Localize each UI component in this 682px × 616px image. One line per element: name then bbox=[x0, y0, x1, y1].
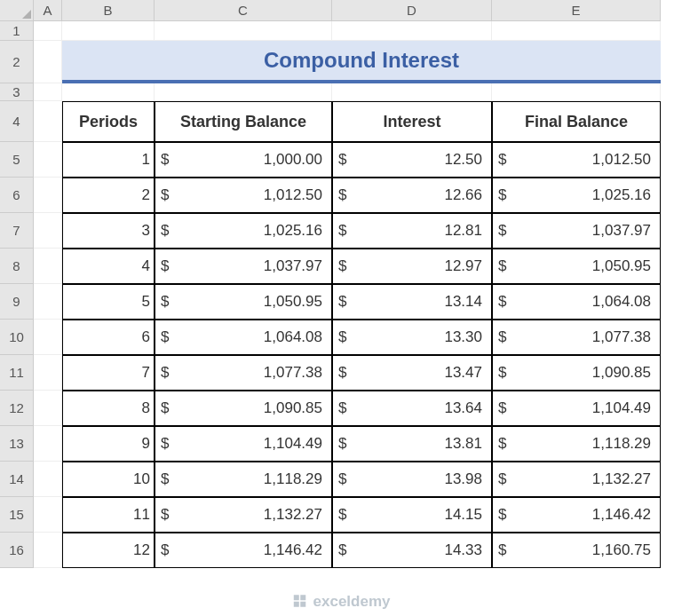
cell-period[interactable]: 11 bbox=[62, 497, 155, 533]
row-header-9[interactable]: 9 bbox=[0, 284, 34, 320]
row-header-10[interactable]: 10 bbox=[0, 320, 34, 355]
row-header-8[interactable]: 8 bbox=[0, 249, 34, 284]
column-header-d[interactable]: D bbox=[332, 0, 492, 21]
cell[interactable] bbox=[34, 355, 62, 391]
cell-s[interactable]: $1,132.27 bbox=[155, 497, 332, 533]
cell[interactable] bbox=[155, 21, 332, 41]
currency-symbol: $ bbox=[161, 293, 177, 311]
row-header-13[interactable]: 13 bbox=[0, 426, 34, 462]
column-header-a[interactable]: A bbox=[34, 0, 62, 21]
cell[interactable] bbox=[34, 391, 62, 426]
currency-symbol: $ bbox=[498, 293, 514, 311]
cell-s[interactable]: $1,037.97 bbox=[155, 249, 332, 284]
cell-period[interactable]: 2 bbox=[62, 178, 155, 213]
cell-f[interactable]: $1,118.29 bbox=[492, 426, 661, 462]
cell[interactable] bbox=[62, 83, 155, 101]
column-header-e[interactable]: E bbox=[492, 0, 661, 21]
cell-s[interactable]: $1,050.95 bbox=[155, 284, 332, 320]
cell-period[interactable]: 8 bbox=[62, 391, 155, 426]
cell-i[interactable]: $12.50 bbox=[332, 142, 492, 178]
cell-f[interactable]: $1,064.08 bbox=[492, 284, 661, 320]
cell-i[interactable]: $13.30 bbox=[332, 320, 492, 355]
cell-i[interactable]: $12.66 bbox=[332, 178, 492, 213]
cell[interactable] bbox=[34, 249, 62, 284]
cell-value: 1,000.00 bbox=[177, 151, 326, 169]
cell[interactable] bbox=[34, 213, 62, 249]
cell[interactable] bbox=[34, 101, 62, 142]
cell[interactable] bbox=[34, 320, 62, 355]
cell-period[interactable]: 4 bbox=[62, 249, 155, 284]
cell-i[interactable]: $13.81 bbox=[332, 426, 492, 462]
cell[interactable] bbox=[34, 284, 62, 320]
cell-s[interactable]: $1,012.50 bbox=[155, 178, 332, 213]
column-header-c[interactable]: C bbox=[155, 0, 332, 21]
column-header-b[interactable]: B bbox=[62, 0, 155, 21]
cell-f[interactable]: $1,012.50 bbox=[492, 142, 661, 178]
cell-period[interactable]: 5 bbox=[62, 284, 155, 320]
cell[interactable] bbox=[492, 21, 661, 41]
row-header-16[interactable]: 16 bbox=[0, 533, 34, 568]
cell-s[interactable]: $1,104.49 bbox=[155, 426, 332, 462]
cell-value: 12.50 bbox=[354, 151, 486, 169]
cell-i[interactable]: $13.14 bbox=[332, 284, 492, 320]
currency-symbol: $ bbox=[498, 222, 514, 240]
cell[interactable] bbox=[34, 83, 62, 101]
row-header-4[interactable]: 4 bbox=[0, 101, 34, 142]
cell-f[interactable]: $1,132.27 bbox=[492, 462, 661, 497]
cell[interactable] bbox=[62, 21, 155, 41]
cell-period[interactable]: 6 bbox=[62, 320, 155, 355]
row-header-11[interactable]: 11 bbox=[0, 355, 34, 391]
cell-period[interactable]: 9 bbox=[62, 426, 155, 462]
cell-period[interactable]: 10 bbox=[62, 462, 155, 497]
cell-s[interactable]: $1,090.85 bbox=[155, 391, 332, 426]
cell[interactable] bbox=[492, 83, 661, 101]
cell[interactable] bbox=[34, 21, 62, 41]
cell[interactable] bbox=[155, 83, 332, 101]
cell-i[interactable]: $12.81 bbox=[332, 213, 492, 249]
cell-f[interactable]: $1,160.75 bbox=[492, 533, 661, 568]
cell[interactable] bbox=[34, 178, 62, 213]
cell-s[interactable]: $1,077.38 bbox=[155, 355, 332, 391]
cell-f[interactable]: $1,050.95 bbox=[492, 249, 661, 284]
cell-period[interactable]: 12 bbox=[62, 533, 155, 568]
row-header-1[interactable]: 1 bbox=[0, 21, 34, 41]
row-header-6[interactable]: 6 bbox=[0, 178, 34, 213]
cell-f[interactable]: $1,090.85 bbox=[492, 355, 661, 391]
cell-s[interactable]: $1,064.08 bbox=[155, 320, 332, 355]
cell-period[interactable]: 3 bbox=[62, 213, 155, 249]
row-header-15[interactable]: 15 bbox=[0, 497, 34, 533]
cell-s[interactable]: $1,025.16 bbox=[155, 213, 332, 249]
cell-f[interactable]: $1,077.38 bbox=[492, 320, 661, 355]
cell[interactable] bbox=[34, 426, 62, 462]
cell[interactable] bbox=[34, 41, 62, 83]
cell-f[interactable]: $1,104.49 bbox=[492, 391, 661, 426]
cell-f[interactable]: $1,025.16 bbox=[492, 178, 661, 213]
currency-symbol: $ bbox=[338, 257, 354, 275]
row-header-5[interactable]: 5 bbox=[0, 142, 34, 178]
cell-f[interactable]: $1,146.42 bbox=[492, 497, 661, 533]
row-header-2[interactable]: 2 bbox=[0, 41, 34, 83]
cell-i[interactable]: $13.64 bbox=[332, 391, 492, 426]
cell-i[interactable]: $14.15 bbox=[332, 497, 492, 533]
cell-i[interactable]: $12.97 bbox=[332, 249, 492, 284]
cell[interactable] bbox=[332, 21, 492, 41]
cell-s[interactable]: $1,146.42 bbox=[155, 533, 332, 568]
row-header-3[interactable]: 3 bbox=[0, 83, 34, 101]
cell[interactable] bbox=[34, 497, 62, 533]
cell[interactable] bbox=[332, 83, 492, 101]
cell-s[interactable]: $1,000.00 bbox=[155, 142, 332, 178]
row-header-14[interactable]: 14 bbox=[0, 462, 34, 497]
cell-s[interactable]: $1,118.29 bbox=[155, 462, 332, 497]
cell-i[interactable]: $13.47 bbox=[332, 355, 492, 391]
row-header-7[interactable]: 7 bbox=[0, 213, 34, 249]
row-header-12[interactable]: 12 bbox=[0, 391, 34, 426]
cell-period[interactable]: 7 bbox=[62, 355, 155, 391]
cell[interactable] bbox=[34, 462, 62, 497]
cell[interactable] bbox=[34, 533, 62, 568]
cell-i[interactable]: $13.98 bbox=[332, 462, 492, 497]
select-all-corner[interactable] bbox=[0, 0, 34, 21]
cell[interactable] bbox=[34, 142, 62, 178]
cell-f[interactable]: $1,037.97 bbox=[492, 213, 661, 249]
cell-i[interactable]: $14.33 bbox=[332, 533, 492, 568]
cell-period[interactable]: 1 bbox=[62, 142, 155, 178]
